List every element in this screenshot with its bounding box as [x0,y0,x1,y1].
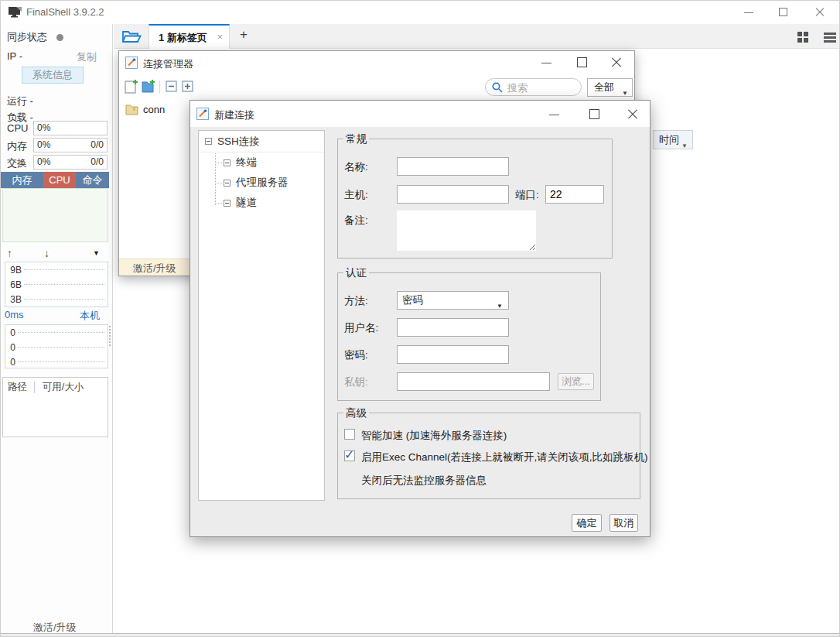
sync-status-label: 同步状态 [7,31,47,43]
run-label: 运行 - [7,94,33,108]
folder-icon [125,104,138,115]
window-minimize-button[interactable] [736,1,762,24]
toolbar-divider [159,80,160,94]
chevron-down-icon: ▼ [497,298,503,315]
memory-stat-label: 内存 [7,139,32,153]
activate-upgrade-link[interactable]: 激活/升级 [133,262,176,276]
connmgr-close-button[interactable] [606,55,627,70]
filter-dropdown[interactable]: 全部 ▼ [587,78,633,97]
method-value: 密码 [402,294,423,306]
tab-new-page[interactable]: 1 新标签页 × [149,24,230,49]
auth-legend: 认证 [343,266,369,280]
tree-item-ssh[interactable]: SSH连接 [199,131,324,152]
net-tick: 3B [5,294,24,305]
port-label: 端口: [515,188,539,202]
privatekey-input[interactable] [397,372,550,391]
expand-all-icon[interactable] [182,80,193,92]
disk-col-size: 可用/大小 [43,381,84,394]
method-dropdown[interactable]: 密码 ▼ [397,291,509,310]
smart-accel-checkbox[interactable] [344,429,355,440]
privatekey-label: 私钥: [344,375,368,389]
newconn-maximize-button[interactable] [585,107,605,122]
sidebar-drag-handle[interactable] [109,326,111,346]
new-connection-icon[interactable] [125,79,139,94]
folder-name: conn [143,104,165,115]
disk-col-path: 路径 [8,381,27,394]
java-app-icon [125,57,138,69]
tree-item-label: 代理服务器 [236,173,289,193]
window-close-button[interactable] [807,1,833,24]
name-label: 名称: [344,160,368,174]
finalshell-window: FinalShell 3.9.2.2 同步状态 IP - 复制 系统信息 运行 … [0,0,840,637]
column-divider: │ [32,382,38,392]
copy-ip-link[interactable]: 复制 [77,50,97,64]
host-input[interactable] [397,185,509,204]
tree-collapse-icon[interactable] [224,180,230,187]
exec-channel-note: 关闭后无法监控服务器信息 [361,474,487,488]
tab-bar: 1 新标签页 × + [114,24,840,49]
tree-collapse-icon[interactable] [224,159,230,166]
cancel-button[interactable]: 取消 [610,514,638,532]
tree-item-proxy[interactable]: 代理服务器 [199,173,324,193]
name-input[interactable] [397,157,509,176]
upload-arrow-icon: ↑ [7,247,12,259]
new-folder-icon[interactable] [142,79,156,94]
ping-host-label[interactable]: 本机 [80,309,100,323]
port-input[interactable] [545,185,604,204]
search-box[interactable]: 搜索 [485,78,582,96]
advanced-legend: 高级 [343,406,369,420]
tree-item-tunnel[interactable]: 隧道 [199,193,324,213]
tree-item-label: 隧道 [236,193,257,213]
disk-table: 路径 │ 可用/大小 [2,377,108,437]
exec-channel-label: 启用Exec Channel(若连接上就被断开,请关闭该项,比如跳板机) [361,450,648,464]
titlebar: FinalShell 3.9.2.2 [1,1,839,24]
tree-collapse-icon[interactable] [224,200,230,207]
username-input[interactable] [397,318,509,337]
password-input[interactable] [397,345,509,364]
ping-chart: 0 0 0 [5,324,108,368]
tree-item-terminal[interactable]: 终端 [199,152,324,173]
host-label: 主机: [344,188,368,202]
tab-memory[interactable]: 内存 [1,172,43,188]
exec-channel-checkbox[interactable]: ✓ [344,450,355,461]
sync-status-dot-icon [56,34,63,41]
browse-button[interactable]: 浏览... [558,373,594,390]
connmgr-minimize-button[interactable] [537,55,557,70]
chevron-down-icon[interactable]: ▼ [93,249,100,257]
memory-stat-value: 0%0/0 [33,138,108,152]
tab-cpu[interactable]: CPU [43,172,76,188]
sync-status-row: 同步状态 [7,30,63,44]
method-label: 方法: [344,294,368,308]
network-chart: 9B 6B 3B [5,262,108,307]
time-sort-dropdown[interactable]: 时间 ▼ [653,130,693,149]
window-maximize-button[interactable] [770,1,797,24]
connection-folder-item[interactable]: conn [125,104,165,115]
connmgr-titlebar: 连接管理器 [119,51,634,74]
tree-item-label: SSH连接 [217,131,260,152]
download-arrow-icon: ↓ [44,247,50,259]
ok-button[interactable]: 确定 [572,514,602,532]
layout-grid-icon[interactable] [797,32,809,43]
note-textarea[interactable] [397,211,536,251]
menu-icon[interactable] [824,33,836,44]
monitor-tabs: 内存 CPU 命令 [1,172,109,188]
ping-header-row: 0ms 本机 [1,309,109,323]
new-tab-button[interactable]: + [236,27,251,43]
network-arrows-row: ↑ ↓ ▼ [1,247,109,261]
app-title: FinalShell 3.9.2.2 [26,6,104,18]
open-folder-icon[interactable] [121,29,142,44]
tree-collapse-icon[interactable] [205,138,212,145]
tab-command[interactable]: 命令 [76,172,109,188]
system-info-button[interactable]: 系统信息 [22,67,84,84]
ping-tick: 0 [5,357,18,368]
tab-close-icon[interactable]: × [217,31,223,43]
cpu-stat-label: CPU [7,122,32,134]
ping-value: 0ms [5,309,24,320]
newconn-titlebar: 新建连接 [190,101,650,127]
new-connection-dialog: 新建连接 SSH连接 终端 代理服务器 隧道 [190,100,650,537]
collapse-all-icon[interactable] [166,80,177,92]
connmgr-maximize-button[interactable] [572,55,592,70]
newconn-minimize-button[interactable] [545,107,565,122]
newconn-close-button[interactable] [623,107,643,122]
newconn-title: 新建连接 [214,108,254,122]
